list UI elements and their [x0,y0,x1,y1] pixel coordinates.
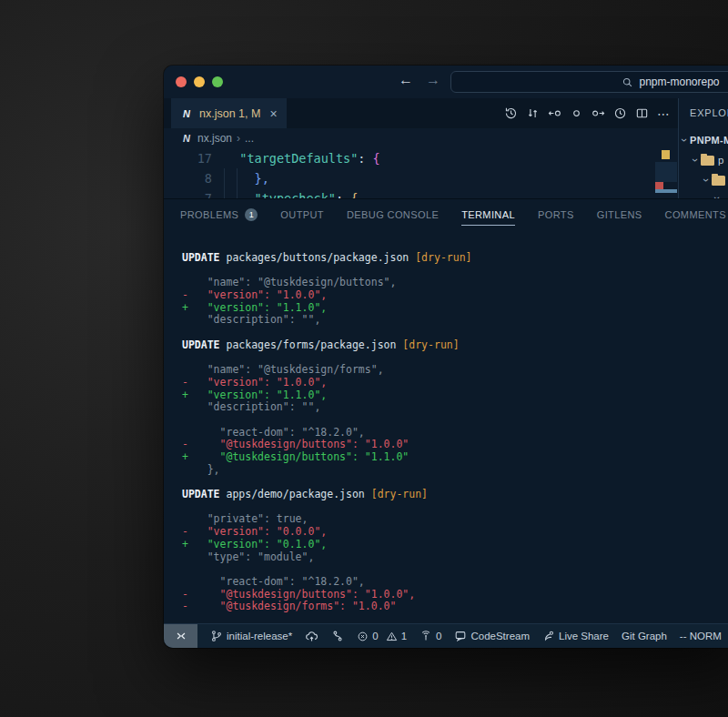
terminal-line-blank [182,501,728,514]
terminal-line-del: - "version": "1.0.0", [182,377,728,389]
history-icon[interactable] [504,106,518,120]
explorer-folder-item[interactable]: › p [693,155,723,166]
terminal-line-header: UPDATE packages/buttons/package.json [dr… [182,252,728,265]
panel-tab-problems[interactable]: PROBLEMS1 [180,199,258,230]
git-graph-button[interactable] [331,630,344,642]
dry-run-tag: [dry-run] [415,251,471,264]
panel-tab-output[interactable]: OUTPUT [280,199,324,230]
editor-actions: ⋯ [504,98,671,128]
chevron-down-icon: › [690,158,701,162]
scrollbar-thumb[interactable] [655,162,677,182]
panel-tab-label: DEBUG CONSOLE [347,209,439,220]
terminal-line-blank [182,265,728,278]
code-line: 17 "targetDefaults": { [164,148,678,168]
tab-nx-json[interactable]: N nx.json 1, M × [171,98,287,128]
terminal-line-del: - "version": "0.0.0", [182,526,728,539]
panel-tab-comments[interactable]: COMMENTS [665,199,726,230]
panel-tab-debug-console[interactable]: DEBUG CONSOLE [347,199,439,230]
update-keyword: UPDATE [182,251,220,264]
live-share-icon [542,630,555,642]
line-number: 7 [164,188,212,198]
feedback-status[interactable]: 0 [420,630,441,642]
tab-close-icon[interactable]: × [269,106,277,121]
line-number: 17 [164,148,212,168]
package-path: packages/buttons/package.json [220,251,416,264]
terminal-line-ctx: "name": "@tuskdesign/forms", [182,364,728,377]
open-brace: { [373,151,380,166]
nav-forward-arrow[interactable]: → [426,72,440,88]
vim-mode-status[interactable]: -- NORM [680,631,722,641]
split-editor-icon[interactable] [635,106,649,120]
breadcrumb-file[interactable]: nx.json [197,132,232,145]
command-center-search[interactable]: pnpm-monorepo [450,71,728,93]
panel-tab-label: GITLENS [597,209,642,220]
folder-icon [701,156,714,166]
explorer-header: EXPLORER [690,107,728,118]
warning-count: 1 [401,631,407,641]
chevron-right-icon: › [237,132,240,145]
next-change-icon[interactable] [592,106,605,120]
publish-button[interactable] [305,630,318,643]
live-share-status[interactable]: Live Share [542,630,609,642]
broadcast-icon [420,630,432,642]
terminal-line-add: + "version": "0.1.0", [182,539,728,551]
explorer-folder-item[interactable]: › [704,175,728,186]
terminal-line-blank [182,563,728,576]
terminal-line-add: + "@tuskdesign/buttons": "1.1.0" [182,451,728,464]
breadcrumb[interactable]: N nx.json › ... [164,128,678,148]
main-row: N nx.json 1, M × ⋯ N nx.json [164,98,728,198]
status-bar: initial-release* 0 1 0 CodeStream Live S… [164,623,728,648]
folder-icon [712,176,725,186]
previous-change-icon[interactable] [548,106,561,120]
panel-tab-label: OUTPUT [280,209,324,220]
panel-tab-terminal[interactable]: TERMINAL [461,199,515,230]
minimize-window-button[interactable] [194,76,205,87]
update-keyword: UPDATE [182,338,220,351]
terminal-line-blank [182,414,728,427]
nav-back-arrow[interactable]: ← [399,72,413,88]
package-path: packages/forms/package.json [220,338,403,351]
update-keyword: UPDATE [182,488,220,500]
nx-file-icon: N [180,107,193,120]
vscode-window: ← → pnpm-monorepo N nx.json 1, M × [164,66,728,648]
commit-graph-icon [331,630,344,642]
nx-file-icon: N [180,132,193,145]
problems-status[interactable]: 0 1 [357,631,407,642]
terminal-line-blank [182,327,728,339]
close-window-button[interactable] [176,76,187,87]
panel-tab-label: PROBLEMS [180,209,238,220]
remote-indicator[interactable] [164,624,197,648]
code-line: 8 }, [164,168,678,188]
line-number: 8 [164,168,212,188]
terminal-line-ctx: "type": "module", [182,551,728,564]
git-graph-status[interactable]: Git Graph [622,631,667,641]
json-key: "targetDefaults" [239,151,358,166]
gitlens-circle-icon[interactable] [570,106,583,120]
terminal-line-del: - "@tuskdesign/buttons": "1.0.0", [182,589,728,601]
terminal-line-blank [182,352,728,365]
terminal-line-ctx: "react-dom": "^18.2.0", [182,576,728,589]
panel-tab-gitlens[interactable]: GITLENS [597,199,642,230]
terminal-output: UPDATE packages/buttons/package.json [dr… [164,230,728,613]
breadcrumb-rest[interactable]: ... [245,132,254,145]
more-actions-icon[interactable]: ⋯ [657,106,671,121]
cloud-upload-icon [305,630,318,643]
broadcast-count: 0 [436,631,441,641]
remote-icon [175,630,187,642]
close-brace: }, [255,171,269,186]
panel-tab-ports[interactable]: PORTS [538,199,574,230]
search-icon [622,76,633,88]
dry-run-tag: [dry-run] [371,488,428,500]
code-editor[interactable]: 17 "targetDefaults": { 8 }, 7 "typecheck… [164,148,678,198]
compare-changes-icon[interactable] [526,106,540,120]
root-folder-label: PNPM-M [690,135,728,146]
codestream-status[interactable]: CodeStream [454,630,530,642]
traffic-lights [176,76,223,87]
explorer-root-item[interactable]: › PNPM-M [682,135,728,146]
maximize-window-button[interactable] [212,76,223,87]
search-value: pnpm-monorepo [639,76,719,88]
timeline-clock-icon[interactable] [613,106,627,120]
code-line: 7 "typecheck": { [164,188,678,198]
git-branch-item[interactable]: initial-release* [210,630,292,642]
bottom-panel: PROBLEMS1OUTPUTDEBUG CONSOLETERMINALPORT… [164,198,728,623]
